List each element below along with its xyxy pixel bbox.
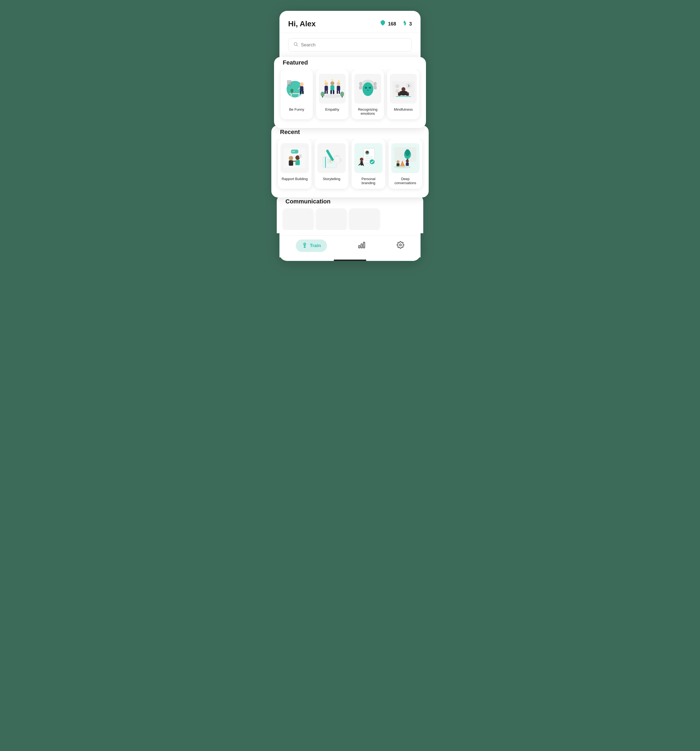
- svg-point-32: [321, 92, 324, 97]
- card-recognizing-emotions[interactable]: Recognizing emotions: [352, 70, 384, 119]
- card-illustration-be-funny: [283, 74, 310, 104]
- svg-rect-19: [325, 90, 326, 94]
- svg-point-83: [366, 151, 369, 154]
- featured-cards-grid: Be Funny: [274, 70, 426, 125]
- train-icon: [302, 242, 308, 249]
- svg-point-41: [359, 82, 362, 86]
- comm-card-placeholder-1[interactable]: [283, 208, 313, 230]
- svg-rect-13: [287, 80, 291, 84]
- svg-point-109: [400, 244, 401, 246]
- card-rapport-building[interactable]: #bff Rapport Bui: [278, 139, 311, 189]
- card-illustration-empathy: ★ ★ ★: [319, 74, 346, 104]
- nav-settings[interactable]: [396, 241, 404, 250]
- featured-title: Featured: [274, 57, 426, 70]
- svg-rect-5: [299, 94, 299, 97]
- card-label-be-funny: Be Funny: [289, 107, 304, 111]
- card-illustration-emotions: [354, 74, 381, 104]
- svg-point-39: [369, 87, 371, 89]
- svg-rect-65: [299, 155, 302, 158]
- search-bar[interactable]: [288, 38, 412, 51]
- svg-rect-28: [339, 90, 340, 94]
- stats-area: 168 3: [379, 20, 412, 28]
- svg-rect-108: [364, 242, 365, 248]
- card-be-funny[interactable]: Be Funny: [280, 70, 313, 119]
- svg-point-71: [325, 162, 326, 163]
- greeting-text: Hi, Alex: [288, 20, 316, 28]
- brain-icon: [379, 20, 386, 28]
- svg-point-100: [396, 160, 400, 163]
- card-label-emotions: Recognizing emotions: [354, 107, 381, 116]
- search-input[interactable]: [301, 42, 407, 48]
- nav-train[interactable]: Train: [296, 240, 327, 252]
- recent-title: Recent: [271, 127, 429, 139]
- svg-point-49: [401, 87, 405, 91]
- svg-rect-18: [325, 86, 328, 91]
- svg-rect-24: [333, 90, 334, 94]
- card-illustration-storytelling: [317, 143, 346, 173]
- svg-rect-35: [342, 96, 343, 97]
- svg-point-17: [325, 82, 328, 86]
- svg-point-105: [304, 244, 305, 245]
- svg-rect-27: [337, 90, 338, 94]
- svg-rect-42: [359, 86, 362, 90]
- svg-line-91: [363, 164, 364, 166]
- svg-rect-20: [327, 90, 328, 94]
- comm-card-placeholder-2[interactable]: [316, 208, 346, 230]
- nav-train-pill[interactable]: Train: [296, 240, 327, 252]
- svg-rect-23: [330, 90, 331, 94]
- svg-point-73: [325, 165, 326, 167]
- svg-rect-89: [360, 161, 363, 165]
- svg-point-87: [370, 159, 375, 164]
- svg-point-25: [337, 82, 340, 86]
- svg-rect-26: [337, 86, 340, 91]
- fire-stat: 3: [401, 20, 412, 28]
- settings-icon: [396, 241, 404, 250]
- card-empathy[interactable]: ★ ★ ★ Empathy: [316, 70, 348, 119]
- svg-line-64: [291, 161, 296, 161]
- featured-section: Featured: [274, 57, 426, 128]
- card-label-mindfulness: Mindfulness: [394, 107, 413, 111]
- svg-text:★: ★: [338, 80, 340, 82]
- svg-rect-44: [373, 86, 376, 90]
- svg-text:#bff: #bff: [292, 150, 295, 153]
- card-storytelling[interactable]: Storytelling: [315, 139, 348, 189]
- svg-rect-4: [291, 94, 292, 97]
- card-label-rapport: Rapport Building: [282, 177, 308, 181]
- recent-cards-grid: #bff Rapport Bui: [271, 139, 429, 194]
- svg-point-46: [395, 84, 399, 88]
- svg-text:★: ★: [325, 80, 327, 82]
- svg-point-59: [289, 156, 293, 160]
- svg-rect-3: [290, 93, 300, 94]
- svg-rect-107: [361, 244, 362, 248]
- card-mindfulness[interactable]: Mindfulness: [387, 70, 420, 119]
- card-label-empathy: Empathy: [325, 107, 339, 111]
- search-icon: [293, 42, 298, 48]
- svg-line-90: [359, 164, 360, 165]
- brain-stat: 168: [379, 20, 396, 28]
- recent-section: Recent #bff: [271, 125, 429, 198]
- svg-rect-11: [302, 91, 304, 94]
- card-illustration-deep: [391, 143, 420, 173]
- svg-point-6: [299, 82, 304, 86]
- svg-point-104: [394, 165, 411, 168]
- card-deep-conversations[interactable]: Deep conversations: [389, 139, 422, 189]
- svg-point-34: [340, 92, 344, 97]
- svg-point-40: [367, 90, 369, 91]
- svg-point-16: [324, 94, 341, 98]
- communication-section: Communication: [277, 195, 423, 233]
- svg-point-15: [290, 89, 293, 93]
- card-personal-branding[interactable]: Personal branding: [352, 139, 385, 189]
- svg-point-37: [362, 82, 373, 96]
- card-label-deep: Deep conversations: [391, 177, 420, 185]
- svg-point-38: [365, 87, 367, 89]
- svg-point-102: [406, 159, 409, 162]
- nav-progress[interactable]: [358, 241, 366, 251]
- card-label-storytelling: Storytelling: [323, 177, 340, 181]
- svg-line-9: [304, 88, 304, 90]
- svg-rect-103: [406, 162, 409, 166]
- bottom-nav: Train: [279, 235, 421, 257]
- svg-line-1: [297, 45, 297, 46]
- svg-rect-80: [335, 155, 339, 156]
- svg-rect-10: [300, 91, 301, 94]
- comm-card-placeholder-3[interactable]: [350, 208, 379, 230]
